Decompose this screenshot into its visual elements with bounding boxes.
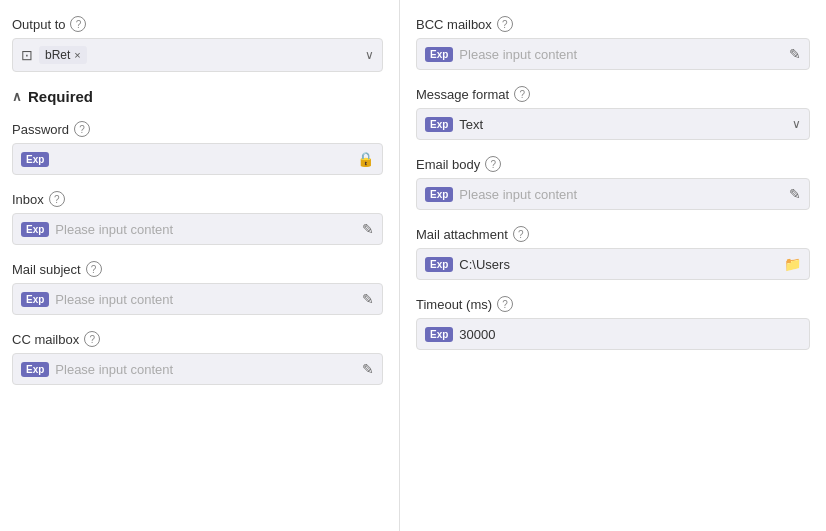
timeout-value: 30000: [459, 327, 801, 342]
mail-attachment-label-row: Mail attachment ?: [416, 226, 810, 242]
right-panel: BCC mailbox ? Exp Please input content ✎…: [400, 0, 826, 531]
mail-attachment-label: Mail attachment: [416, 227, 508, 242]
bcc-mailbox-placeholder: Please input content: [459, 47, 783, 62]
bcc-mailbox-help-icon[interactable]: ?: [497, 16, 513, 32]
required-caret-icon[interactable]: ∧: [12, 89, 22, 104]
timeout-exp-badge: Exp: [425, 327, 453, 342]
password-help-icon[interactable]: ?: [74, 121, 90, 137]
timeout-input[interactable]: Exp 30000: [416, 318, 810, 350]
message-format-chevron-icon[interactable]: ∨: [792, 117, 801, 131]
email-body-label-row: Email body ?: [416, 156, 810, 172]
mail-subject-group: Mail subject ? Exp Please input content …: [12, 261, 383, 315]
output-to-chevron-icon[interactable]: ∨: [365, 48, 374, 62]
mail-attachment-folder-icon[interactable]: 📁: [784, 256, 801, 272]
message-format-exp-badge: Exp: [425, 117, 453, 132]
password-input[interactable]: Exp 🔒: [12, 143, 383, 175]
cc-mailbox-edit-icon[interactable]: ✎: [362, 361, 374, 377]
inbox-exp-badge: Exp: [21, 222, 49, 237]
output-tag-close-icon[interactable]: ×: [74, 49, 80, 61]
message-format-help-icon[interactable]: ?: [514, 86, 530, 102]
bcc-mailbox-label: BCC mailbox: [416, 17, 492, 32]
timeout-group: Timeout (ms) ? Exp 30000: [416, 296, 810, 350]
bcc-mailbox-group: BCC mailbox ? Exp Please input content ✎: [416, 16, 810, 70]
bcc-mailbox-exp-badge: Exp: [425, 47, 453, 62]
mail-attachment-value: C:\Users: [459, 257, 778, 272]
inbox-input[interactable]: Exp Please input content ✎: [12, 213, 383, 245]
inbox-placeholder: Please input content: [55, 222, 356, 237]
bcc-mailbox-input[interactable]: Exp Please input content ✎: [416, 38, 810, 70]
message-format-label-row: Message format ?: [416, 86, 810, 102]
message-format-dropdown[interactable]: Exp Text ∨: [416, 108, 810, 140]
mail-subject-edit-icon[interactable]: ✎: [362, 291, 374, 307]
required-label: Required: [28, 88, 93, 105]
inbox-help-icon[interactable]: ?: [49, 191, 65, 207]
message-format-group: Message format ? Exp Text ∨: [416, 86, 810, 140]
output-to-help-icon[interactable]: ?: [70, 16, 86, 32]
email-body-group: Email body ? Exp Please input content ✎: [416, 156, 810, 210]
cc-mailbox-exp-badge: Exp: [21, 362, 49, 377]
mail-attachment-input[interactable]: Exp C:\Users 📁: [416, 248, 810, 280]
email-body-input[interactable]: Exp Please input content ✎: [416, 178, 810, 210]
email-body-exp-badge: Exp: [425, 187, 453, 202]
message-format-value: Text: [459, 117, 786, 132]
email-body-edit-icon[interactable]: ✎: [789, 186, 801, 202]
left-panel: Output to ? ⊡ bRet × ∨ ∧ Required Pass: [0, 0, 400, 531]
mail-subject-placeholder: Please input content: [55, 292, 356, 307]
inbox-label-row: Inbox ?: [12, 191, 383, 207]
cc-mailbox-label-row: CC mailbox ?: [12, 331, 383, 347]
email-body-placeholder: Please input content: [459, 187, 783, 202]
output-to-label: Output to: [12, 17, 65, 32]
timeout-help-icon[interactable]: ?: [497, 296, 513, 312]
cc-mailbox-input[interactable]: Exp Please input content ✎: [12, 353, 383, 385]
mail-subject-help-icon[interactable]: ?: [86, 261, 102, 277]
output-tag-chip: bRet ×: [39, 46, 87, 64]
cc-mailbox-group: CC mailbox ? Exp Please input content ✎: [12, 331, 383, 385]
output-to-group: Output to ? ⊡ bRet × ∨: [12, 16, 383, 72]
timeout-label: Timeout (ms): [416, 297, 492, 312]
password-label-row: Password ?: [12, 121, 383, 137]
mail-subject-label: Mail subject: [12, 262, 81, 277]
required-heading: ∧ Required: [12, 88, 383, 105]
output-tag-label: bRet: [45, 48, 70, 62]
mail-attachment-group: Mail attachment ? Exp C:\Users 📁: [416, 226, 810, 280]
password-group: Password ? Exp 🔒: [12, 121, 383, 175]
inbox-group: Inbox ? Exp Please input content ✎: [12, 191, 383, 245]
inbox-edit-icon[interactable]: ✎: [362, 221, 374, 237]
email-body-label: Email body: [416, 157, 480, 172]
inbox-label: Inbox: [12, 192, 44, 207]
output-to-input[interactable]: ⊡ bRet × ∨: [12, 38, 383, 72]
mail-subject-input[interactable]: Exp Please input content ✎: [12, 283, 383, 315]
password-lock-icon: 🔒: [357, 151, 374, 167]
mail-attachment-exp-badge: Exp: [425, 257, 453, 272]
password-exp-badge: Exp: [21, 152, 49, 167]
cc-mailbox-label: CC mailbox: [12, 332, 79, 347]
password-label: Password: [12, 122, 69, 137]
output-to-label-row: Output to ?: [12, 16, 383, 32]
bcc-mailbox-label-row: BCC mailbox ?: [416, 16, 810, 32]
cc-mailbox-placeholder: Please input content: [55, 362, 356, 377]
cc-mailbox-help-icon[interactable]: ?: [84, 331, 100, 347]
email-body-help-icon[interactable]: ?: [485, 156, 501, 172]
mail-attachment-help-icon[interactable]: ?: [513, 226, 529, 242]
mail-subject-label-row: Mail subject ?: [12, 261, 383, 277]
mail-subject-exp-badge: Exp: [21, 292, 49, 307]
bcc-mailbox-edit-icon[interactable]: ✎: [789, 46, 801, 62]
timeout-label-row: Timeout (ms) ?: [416, 296, 810, 312]
output-to-icon: ⊡: [21, 47, 33, 63]
message-format-label: Message format: [416, 87, 509, 102]
